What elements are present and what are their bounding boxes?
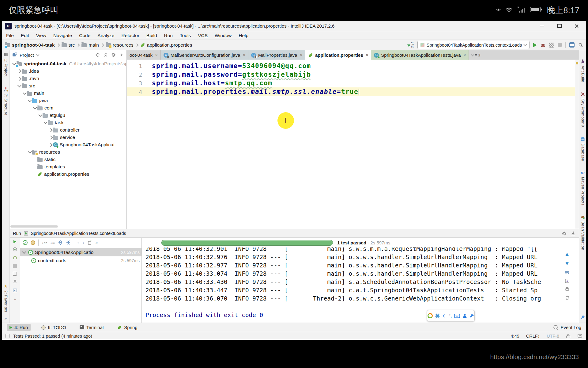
close-tab-icon[interactable]: ×	[155, 53, 158, 57]
run-button[interactable]	[533, 43, 537, 47]
ime-fullhalf-moon-icon[interactable]	[442, 313, 447, 318]
up-stacktrace-button[interactable]: ▲	[564, 251, 570, 257]
clear-console-button[interactable]	[565, 295, 570, 300]
menu-edit[interactable]: Edit	[21, 33, 29, 38]
chevron-down-icon[interactable]	[22, 250, 26, 254]
editor-tab[interactable]: CMailSenderAutoConfiguration.java×	[161, 50, 248, 60]
menu-code[interactable]: Code	[79, 33, 90, 38]
event-log-button[interactable]: Event Log	[553, 325, 581, 330]
chevron-right-icon[interactable]	[49, 128, 53, 132]
run-settings-gear-icon[interactable]	[562, 231, 567, 236]
menu-tools[interactable]: Tools	[180, 33, 191, 38]
stripe-more-icon[interactable]: »	[5, 316, 7, 321]
maximize-button[interactable]	[557, 24, 562, 28]
bytecode-sort-icon[interactable]: 011001	[407, 42, 413, 48]
project-tree-item[interactable]: main	[10, 90, 126, 97]
toolwindow-button-6-todo[interactable]: 6: TODO	[39, 324, 69, 331]
editor-tab[interactable]: CMailProperties.java×	[248, 50, 305, 60]
project-tree-item[interactable]: .idea	[10, 67, 126, 75]
hidden-tabs-dropdown[interactable]: ≡3	[469, 50, 483, 60]
sogou-ime-icon[interactable]	[428, 313, 433, 318]
chevron-down-icon[interactable]	[12, 61, 16, 65]
run-configuration-select[interactable]: Springboot04TaskApplicationTests.context…	[417, 41, 530, 49]
tool-stripe-item[interactable]: Database	[580, 137, 585, 161]
export-test-results-button[interactable]	[88, 240, 92, 245]
chevron-down-icon[interactable]	[36, 53, 39, 56]
tool-stripe-item[interactable]: Bean Validation	[580, 215, 585, 250]
close-tab-icon[interactable]: ×	[243, 53, 245, 57]
menu-file[interactable]: File	[6, 33, 14, 38]
chevron-right-icon[interactable]	[49, 136, 53, 140]
breadcrumb-item[interactable]: springboot-04-task	[5, 42, 55, 48]
toggle-auto-test-button[interactable]	[13, 255, 17, 260]
toolwindow-switcher-icon[interactable]	[6, 334, 9, 338]
editor-line[interactable]: 2spring.mail.password=gtstkoszjelabijb	[127, 70, 579, 79]
service-wrench-icon[interactable]	[580, 315, 585, 320]
editor-scrollbar[interactable]	[575, 60, 579, 229]
window-titlebar[interactable]: IJ springboot-04-task - [C:\Users\lfy\Id…	[2, 21, 586, 31]
menu-refactor[interactable]: Refactor	[121, 33, 139, 38]
hide-panel-icon[interactable]	[119, 52, 124, 57]
ime-punctuation-toggle[interactable]: ’,	[449, 313, 452, 318]
toolwindow-button-spring[interactable]: Spring	[114, 324, 140, 331]
project-tree-item[interactable]: java	[10, 97, 126, 104]
breadcrumb-item[interactable]: resources	[106, 42, 134, 48]
stop-button[interactable]	[558, 43, 562, 47]
close-tab-icon[interactable]: ×	[366, 53, 368, 57]
hector-inspections-icon[interactable]	[577, 334, 582, 339]
chevron-down-icon[interactable]	[43, 120, 47, 124]
lock-icon[interactable]	[566, 334, 571, 339]
stop-process-button[interactable]	[13, 264, 17, 268]
sort-alphabetically-button[interactable]: ↓az	[42, 240, 47, 245]
minimize-button[interactable]	[540, 26, 544, 26]
tool-stripe-item[interactable]: 7: Structure	[3, 87, 8, 116]
show-passed-filter-button[interactable]: ✓	[23, 240, 28, 245]
ime-user-icon[interactable]	[462, 313, 467, 318]
project-tree-item[interactable]: application.properties	[10, 171, 126, 178]
more-toolbar-button[interactable]: »	[96, 240, 98, 245]
down-stacktrace-button[interactable]: ▼	[564, 261, 570, 267]
rerun-failed-tests-button[interactable]	[13, 247, 17, 252]
menu-vcs[interactable]: VCS	[198, 33, 208, 38]
chevron-down-icon[interactable]	[33, 105, 37, 109]
toolwindow-button-4-run[interactable]: 4: Run	[7, 324, 31, 331]
restore-layout-button[interactable]	[13, 272, 17, 276]
test-tree-item[interactable]: ✓contextLoads2s 597ms	[20, 256, 141, 265]
project-tree-item[interactable]: atguigu	[10, 112, 126, 119]
tool-stripe-item[interactable]: Ant Build	[580, 59, 585, 82]
next-test-button[interactable]: ↓	[82, 240, 85, 245]
chevron-down-icon[interactable]	[17, 83, 21, 87]
rerun-button[interactable]	[13, 240, 16, 243]
more-options-button[interactable]: »	[14, 297, 16, 301]
sort-by-duration-button[interactable]: ↓≡	[50, 240, 55, 245]
editor-tab[interactable]: oot-04-task×	[127, 50, 161, 60]
tool-stripe-item[interactable]: mMaven Projects	[581, 170, 585, 205]
tool-stripe-item[interactable]: Key Promoter X	[580, 92, 585, 128]
project-tree-item[interactable]: service	[10, 134, 126, 141]
ime-wrench-icon[interactable]	[469, 313, 474, 318]
locate-file-icon[interactable]	[95, 52, 100, 57]
menu-navigate[interactable]: Navigate	[53, 33, 72, 38]
layout-grid-icon[interactable]	[569, 42, 575, 48]
chevron-down-icon[interactable]	[38, 113, 42, 117]
chevron-right-icon[interactable]	[17, 69, 21, 73]
horizontal-scrollbar[interactable]	[10, 225, 58, 228]
project-tree-item[interactable]: resources	[10, 148, 126, 156]
scroll-to-end-button[interactable]	[565, 278, 570, 283]
caret-position-indicator[interactable]: 4:49	[511, 334, 519, 339]
menu-analyze[interactable]: Analyze	[97, 33, 114, 38]
pin-tab-button[interactable]	[13, 279, 17, 284]
print-button[interactable]	[565, 287, 570, 292]
menu-build[interactable]: Build	[146, 33, 157, 38]
editor-line[interactable]: 3spring.mail.host=smtp.qq.com	[127, 79, 579, 87]
project-tree-item[interactable]: src	[10, 82, 126, 90]
breadcrumb-item[interactable]: application.properties	[140, 42, 192, 48]
chevron-down-icon[interactable]	[28, 150, 32, 154]
console-output[interactable]: 2018-05-06 11:40:32.901 INFO 9728 --- [ …	[142, 247, 579, 323]
collapse-all-button[interactable]	[66, 240, 71, 245]
settings-gear-icon[interactable]	[111, 52, 116, 57]
project-tree-item[interactable]: templates	[10, 163, 126, 171]
project-tree-item[interactable]: com	[10, 104, 126, 112]
ime-language-toggle[interactable]: 英	[435, 312, 440, 319]
close-tab-icon[interactable]: ×	[463, 53, 466, 57]
